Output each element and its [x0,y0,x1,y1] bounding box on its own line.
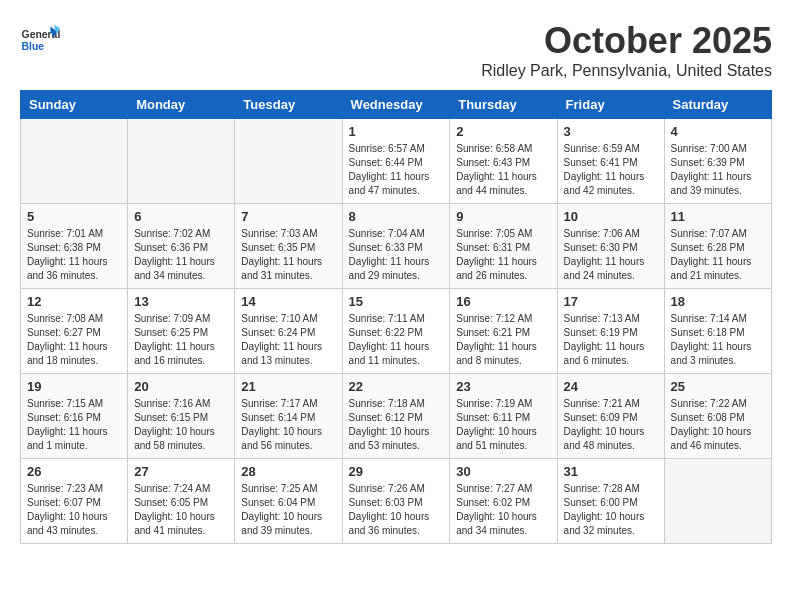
empty-cell [128,119,235,204]
day-number: 16 [456,294,550,309]
day-cell-24: 24Sunrise: 7:21 AM Sunset: 6:09 PM Dayli… [557,374,664,459]
day-info: Sunrise: 7:14 AM Sunset: 6:18 PM Dayligh… [671,312,765,368]
day-cell-28: 28Sunrise: 7:25 AM Sunset: 6:04 PM Dayli… [235,459,342,544]
day-cell-18: 18Sunrise: 7:14 AM Sunset: 6:18 PM Dayli… [664,289,771,374]
day-of-week-sunday: Sunday [21,91,128,119]
day-cell-9: 9Sunrise: 7:05 AM Sunset: 6:31 PM Daylig… [450,204,557,289]
day-cell-10: 10Sunrise: 7:06 AM Sunset: 6:30 PM Dayli… [557,204,664,289]
day-of-week-thursday: Thursday [450,91,557,119]
day-cell-31: 31Sunrise: 7:28 AM Sunset: 6:00 PM Dayli… [557,459,664,544]
day-cell-16: 16Sunrise: 7:12 AM Sunset: 6:21 PM Dayli… [450,289,557,374]
day-of-week-wednesday: Wednesday [342,91,450,119]
day-info: Sunrise: 7:28 AM Sunset: 6:00 PM Dayligh… [564,482,658,538]
day-cell-2: 2Sunrise: 6:58 AM Sunset: 6:43 PM Daylig… [450,119,557,204]
day-number: 29 [349,464,444,479]
day-number: 31 [564,464,658,479]
day-number: 11 [671,209,765,224]
logo-icon: General Blue [20,20,60,60]
day-info: Sunrise: 7:17 AM Sunset: 6:14 PM Dayligh… [241,397,335,453]
week-row-5: 26Sunrise: 7:23 AM Sunset: 6:07 PM Dayli… [21,459,772,544]
title-section: October 2025 Ridley Park, Pennsylvania, … [481,20,772,80]
day-number: 1 [349,124,444,139]
day-number: 2 [456,124,550,139]
day-cell-8: 8Sunrise: 7:04 AM Sunset: 6:33 PM Daylig… [342,204,450,289]
page-header: General Blue October 2025 Ridley Park, P… [20,20,772,80]
day-cell-17: 17Sunrise: 7:13 AM Sunset: 6:19 PM Dayli… [557,289,664,374]
day-cell-25: 25Sunrise: 7:22 AM Sunset: 6:08 PM Dayli… [664,374,771,459]
day-number: 27 [134,464,228,479]
day-info: Sunrise: 7:24 AM Sunset: 6:05 PM Dayligh… [134,482,228,538]
day-cell-12: 12Sunrise: 7:08 AM Sunset: 6:27 PM Dayli… [21,289,128,374]
day-cell-23: 23Sunrise: 7:19 AM Sunset: 6:11 PM Dayli… [450,374,557,459]
day-info: Sunrise: 7:10 AM Sunset: 6:24 PM Dayligh… [241,312,335,368]
day-info: Sunrise: 7:16 AM Sunset: 6:15 PM Dayligh… [134,397,228,453]
day-info: Sunrise: 7:07 AM Sunset: 6:28 PM Dayligh… [671,227,765,283]
logo: General Blue [20,20,60,60]
day-number: 30 [456,464,550,479]
day-info: Sunrise: 7:03 AM Sunset: 6:35 PM Dayligh… [241,227,335,283]
day-number: 17 [564,294,658,309]
day-info: Sunrise: 7:12 AM Sunset: 6:21 PM Dayligh… [456,312,550,368]
day-cell-22: 22Sunrise: 7:18 AM Sunset: 6:12 PM Dayli… [342,374,450,459]
day-number: 9 [456,209,550,224]
day-cell-26: 26Sunrise: 7:23 AM Sunset: 6:07 PM Dayli… [21,459,128,544]
day-cell-5: 5Sunrise: 7:01 AM Sunset: 6:38 PM Daylig… [21,204,128,289]
calendar-table: SundayMondayTuesdayWednesdayThursdayFrid… [20,90,772,544]
day-info: Sunrise: 7:27 AM Sunset: 6:02 PM Dayligh… [456,482,550,538]
day-number: 8 [349,209,444,224]
day-cell-11: 11Sunrise: 7:07 AM Sunset: 6:28 PM Dayli… [664,204,771,289]
empty-cell [664,459,771,544]
day-cell-14: 14Sunrise: 7:10 AM Sunset: 6:24 PM Dayli… [235,289,342,374]
empty-cell [235,119,342,204]
day-cell-27: 27Sunrise: 7:24 AM Sunset: 6:05 PM Dayli… [128,459,235,544]
day-info: Sunrise: 7:11 AM Sunset: 6:22 PM Dayligh… [349,312,444,368]
day-info: Sunrise: 7:13 AM Sunset: 6:19 PM Dayligh… [564,312,658,368]
day-of-week-tuesday: Tuesday [235,91,342,119]
day-info: Sunrise: 7:18 AM Sunset: 6:12 PM Dayligh… [349,397,444,453]
day-number: 25 [671,379,765,394]
day-cell-7: 7Sunrise: 7:03 AM Sunset: 6:35 PM Daylig… [235,204,342,289]
calendar-title: October 2025 [481,20,772,62]
day-of-week-monday: Monday [128,91,235,119]
week-row-1: 1Sunrise: 6:57 AM Sunset: 6:44 PM Daylig… [21,119,772,204]
week-row-2: 5Sunrise: 7:01 AM Sunset: 6:38 PM Daylig… [21,204,772,289]
days-of-week-row: SundayMondayTuesdayWednesdayThursdayFrid… [21,91,772,119]
empty-cell [21,119,128,204]
day-number: 20 [134,379,228,394]
day-number: 10 [564,209,658,224]
day-cell-13: 13Sunrise: 7:09 AM Sunset: 6:25 PM Dayli… [128,289,235,374]
day-info: Sunrise: 7:22 AM Sunset: 6:08 PM Dayligh… [671,397,765,453]
day-number: 28 [241,464,335,479]
day-number: 18 [671,294,765,309]
day-number: 22 [349,379,444,394]
day-number: 21 [241,379,335,394]
day-info: Sunrise: 6:58 AM Sunset: 6:43 PM Dayligh… [456,142,550,198]
day-info: Sunrise: 7:25 AM Sunset: 6:04 PM Dayligh… [241,482,335,538]
day-cell-19: 19Sunrise: 7:15 AM Sunset: 6:16 PM Dayli… [21,374,128,459]
day-info: Sunrise: 6:57 AM Sunset: 6:44 PM Dayligh… [349,142,444,198]
day-number: 12 [27,294,121,309]
day-of-week-saturday: Saturday [664,91,771,119]
day-cell-1: 1Sunrise: 6:57 AM Sunset: 6:44 PM Daylig… [342,119,450,204]
day-info: Sunrise: 7:19 AM Sunset: 6:11 PM Dayligh… [456,397,550,453]
day-number: 19 [27,379,121,394]
day-of-week-friday: Friday [557,91,664,119]
day-cell-3: 3Sunrise: 6:59 AM Sunset: 6:41 PM Daylig… [557,119,664,204]
day-number: 23 [456,379,550,394]
day-info: Sunrise: 7:02 AM Sunset: 6:36 PM Dayligh… [134,227,228,283]
day-cell-30: 30Sunrise: 7:27 AM Sunset: 6:02 PM Dayli… [450,459,557,544]
week-row-4: 19Sunrise: 7:15 AM Sunset: 6:16 PM Dayli… [21,374,772,459]
day-info: Sunrise: 7:05 AM Sunset: 6:31 PM Dayligh… [456,227,550,283]
day-info: Sunrise: 7:21 AM Sunset: 6:09 PM Dayligh… [564,397,658,453]
day-info: Sunrise: 7:23 AM Sunset: 6:07 PM Dayligh… [27,482,121,538]
day-number: 13 [134,294,228,309]
svg-text:Blue: Blue [22,41,45,52]
day-info: Sunrise: 6:59 AM Sunset: 6:41 PM Dayligh… [564,142,658,198]
week-row-3: 12Sunrise: 7:08 AM Sunset: 6:27 PM Dayli… [21,289,772,374]
day-info: Sunrise: 7:06 AM Sunset: 6:30 PM Dayligh… [564,227,658,283]
day-number: 24 [564,379,658,394]
day-number: 7 [241,209,335,224]
day-info: Sunrise: 7:26 AM Sunset: 6:03 PM Dayligh… [349,482,444,538]
day-info: Sunrise: 7:15 AM Sunset: 6:16 PM Dayligh… [27,397,121,453]
day-number: 15 [349,294,444,309]
